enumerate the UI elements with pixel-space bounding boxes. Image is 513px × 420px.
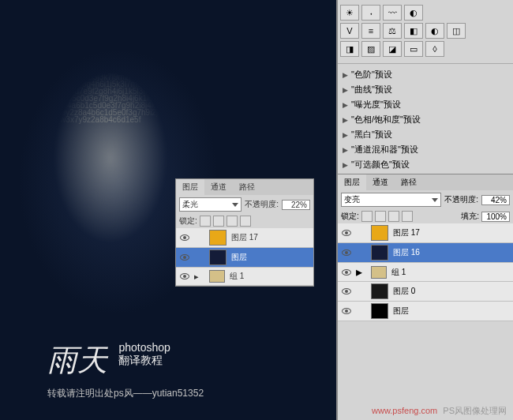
hue-icon[interactable]: ≡ bbox=[361, 23, 380, 39]
mixer-icon[interactable]: ◫ bbox=[447, 23, 466, 39]
arrow-icon: ▶ bbox=[343, 86, 348, 94]
brightness-icon[interactable]: ☀ bbox=[340, 5, 359, 21]
layer-name[interactable]: 组 1 bbox=[227, 271, 312, 282]
fill-input[interactable]: 100% bbox=[481, 212, 510, 222]
lock-image-icon[interactable] bbox=[213, 216, 224, 227]
preset-label: "色阶"预设 bbox=[351, 69, 392, 81]
visibility-toggle[interactable] bbox=[178, 269, 192, 283]
overlay-layers-panel: 图层 通道 路径 柔光 不透明度: 22% 锁定: 图层 17 图层 bbox=[175, 178, 314, 287]
exposure-icon[interactable]: ◐ bbox=[404, 5, 423, 21]
chevron-down-icon bbox=[232, 203, 238, 207]
layer-row[interactable]: ▸ 组 1 bbox=[176, 268, 313, 286]
arrow-icon: ▶ bbox=[343, 116, 348, 124]
eye-icon bbox=[180, 254, 189, 261]
tab-paths[interactable]: 路径 bbox=[233, 179, 261, 195]
vibrance-icon[interactable]: V bbox=[340, 23, 359, 39]
layer-name[interactable]: 图层 0 bbox=[391, 286, 511, 297]
preset-item[interactable]: ▶"黑白"预设 bbox=[339, 127, 511, 142]
blend-mode-select[interactable]: 柔光 bbox=[179, 197, 242, 212]
lock-transparent-icon[interactable] bbox=[200, 216, 211, 227]
layer-name[interactable]: 图层 bbox=[229, 252, 312, 263]
invert-icon[interactable]: ◨ bbox=[340, 41, 359, 57]
blend-mode-value: 柔光 bbox=[182, 199, 198, 210]
layer-list: 图层 17 图层 16 ▸ 组 1 图层 0 bbox=[338, 223, 513, 321]
tab-channels[interactable]: 通道 bbox=[366, 174, 395, 190]
fill-label: 填充: bbox=[461, 211, 479, 222]
blend-row: 变亮 不透明度: 42% bbox=[338, 190, 513, 209]
lock-all-icon[interactable] bbox=[402, 211, 413, 222]
eye-icon bbox=[342, 308, 351, 314]
arrow-icon: ▶ bbox=[343, 101, 348, 109]
arrow-icon: ▶ bbox=[343, 161, 348, 169]
lock-row: 锁定: bbox=[176, 214, 313, 228]
lock-image-icon[interactable] bbox=[375, 211, 386, 222]
preset-label: "曲线"预设 bbox=[351, 84, 392, 96]
layer-name[interactable]: 图层 17 bbox=[229, 232, 312, 243]
preset-label: "色相/饱和度"预设 bbox=[351, 114, 421, 126]
layer-thumb[interactable] bbox=[371, 283, 388, 299]
tab-layers[interactable]: 图层 bbox=[338, 174, 366, 190]
layer-row[interactable]: 图层 bbox=[338, 302, 513, 321]
preset-item[interactable]: ▶"色相/饱和度"预设 bbox=[339, 112, 511, 127]
layer-thumb[interactable] bbox=[209, 249, 227, 265]
preset-item[interactable]: ▶"曝光度"预设 bbox=[339, 97, 511, 112]
bw-icon[interactable]: ◧ bbox=[404, 23, 423, 39]
visibility-toggle[interactable] bbox=[339, 265, 354, 279]
levels-icon[interactable]: ⬪ bbox=[361, 5, 380, 21]
eye-icon bbox=[180, 273, 189, 279]
eye-icon bbox=[342, 249, 351, 256]
layer-thumb[interactable] bbox=[371, 225, 388, 241]
layer-name[interactable]: 图层 16 bbox=[391, 247, 511, 258]
visibility-toggle[interactable] bbox=[178, 250, 192, 264]
arrow-icon: ▶ bbox=[343, 131, 348, 139]
visibility-toggle[interactable] bbox=[339, 304, 354, 318]
layer-row[interactable]: 图层 0 bbox=[338, 282, 513, 302]
adjustment-icons: ☀ ⬪ 〰 ◐ V ≡ ⚖ ◧ ◐ ◫ ◨ ▨ ◪ ▭ ◊ bbox=[338, 0, 513, 62]
title-block: 雨天 photoshop 翻译教程 bbox=[47, 340, 170, 381]
preset-label: "曝光度"预设 bbox=[351, 99, 401, 111]
gradient-map-icon[interactable]: ▭ bbox=[404, 41, 423, 57]
layer-name[interactable]: 组 1 bbox=[389, 267, 511, 278]
selective-icon[interactable]: ◊ bbox=[425, 41, 444, 57]
layer-thumb[interactable] bbox=[209, 230, 227, 246]
visibility-toggle[interactable] bbox=[339, 284, 354, 298]
layer-row[interactable]: 图层 17 bbox=[338, 223, 513, 243]
layer-row[interactable]: 图层 bbox=[176, 248, 313, 268]
threshold-icon[interactable]: ◪ bbox=[383, 41, 402, 57]
lock-position-icon[interactable] bbox=[227, 216, 238, 227]
tab-layers[interactable]: 图层 bbox=[176, 179, 204, 195]
photo-filter-icon[interactable]: ◐ bbox=[425, 23, 444, 39]
lock-transparent-icon[interactable] bbox=[361, 211, 373, 222]
lock-position-icon[interactable] bbox=[388, 211, 399, 222]
preset-label: "通道混和器"预设 bbox=[351, 144, 418, 156]
layer-thumb[interactable] bbox=[371, 245, 388, 261]
lock-all-icon[interactable] bbox=[240, 216, 251, 227]
preset-label: "可选颜色"预设 bbox=[351, 159, 410, 171]
layer-row[interactable]: 图层 17 bbox=[176, 228, 313, 248]
layer-thumb[interactable] bbox=[371, 303, 388, 319]
visibility-toggle[interactable] bbox=[178, 231, 192, 245]
title-en-1: photoshop bbox=[118, 341, 170, 354]
preset-item[interactable]: ▶"可选颜色"预设 bbox=[339, 157, 511, 172]
blend-mode-select[interactable]: 变亮 bbox=[341, 193, 441, 207]
preset-label: "黑白"预设 bbox=[351, 129, 392, 141]
layer-name[interactable]: 图层 bbox=[391, 306, 511, 317]
visibility-toggle[interactable] bbox=[339, 246, 354, 260]
title-en-2: 翻译教程 bbox=[118, 354, 163, 366]
chevron-down-icon bbox=[432, 198, 438, 202]
opacity-input[interactable]: 42% bbox=[481, 195, 510, 205]
opacity-input[interactable]: 22% bbox=[282, 200, 310, 210]
visibility-toggle[interactable] bbox=[339, 226, 354, 240]
tab-channels[interactable]: 通道 bbox=[204, 179, 233, 195]
layer-row[interactable]: 图层 16 bbox=[338, 243, 513, 263]
preset-item[interactable]: ▶"通道混和器"预设 bbox=[339, 142, 511, 157]
folder-icon bbox=[209, 270, 225, 283]
preset-item[interactable]: ▶"色阶"预设 bbox=[339, 67, 511, 82]
tab-paths[interactable]: 路径 bbox=[395, 174, 423, 190]
preset-item[interactable]: ▶"曲线"预设 bbox=[339, 82, 511, 97]
balance-icon[interactable]: ⚖ bbox=[383, 23, 402, 39]
layer-name[interactable]: 图层 17 bbox=[391, 227, 511, 238]
curves-icon[interactable]: 〰 bbox=[383, 5, 402, 21]
layer-row[interactable]: ▸ 组 1 bbox=[338, 263, 513, 282]
posterize-icon[interactable]: ▨ bbox=[361, 41, 380, 57]
